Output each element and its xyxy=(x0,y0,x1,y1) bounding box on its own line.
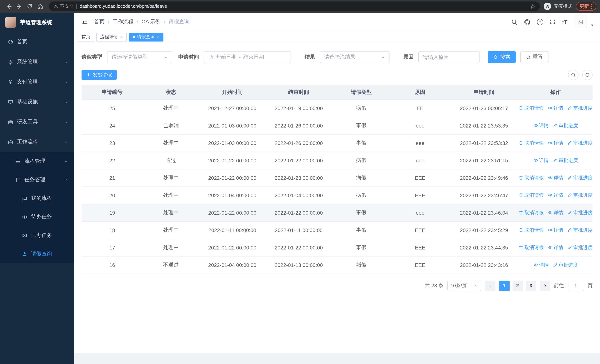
font-size-icon[interactable]: TT xyxy=(562,19,568,25)
sidebar-item-my-processes[interactable]: 我的流程 xyxy=(0,189,74,208)
fullscreen-icon[interactable] xyxy=(550,19,555,25)
reset-button[interactable]: 重置 xyxy=(520,51,548,63)
cell-status: 处理中 xyxy=(143,99,199,117)
table-row: 16 不通过 2022-01-04 00:00:00 2022-01-13 00… xyxy=(82,256,593,274)
cancel-leave-link[interactable]: 取消请假 xyxy=(518,105,544,111)
browser-update-button[interactable]: 更新 xyxy=(576,2,596,11)
search-icon[interactable] xyxy=(511,19,517,25)
close-icon[interactable]: × xyxy=(157,35,160,39)
page-number-button[interactable]: 2 xyxy=(512,280,523,291)
tab-leave-query[interactable]: 请假查询 × xyxy=(129,32,163,41)
approval-progress-link[interactable]: 审批进度 xyxy=(567,140,593,146)
sidebar-item-process-management[interactable]: 流程管理 xyxy=(0,152,74,170)
sidebar-item-workflow[interactable]: 工作流程 xyxy=(0,132,74,152)
refresh-table-button[interactable] xyxy=(582,70,593,80)
end-date-placeholder[interactable]: 结束日期 xyxy=(243,54,264,60)
next-page-button[interactable] xyxy=(540,280,550,291)
caret-down-icon[interactable]: ▼ xyxy=(590,23,594,28)
menu-label: 我的流程 xyxy=(31,195,52,202)
detail-link[interactable]: 详情 xyxy=(533,122,549,129)
page-unit-label: 页 xyxy=(588,282,593,289)
cancel-leave-link[interactable]: 取消请假 xyxy=(518,244,544,251)
approval-progress-link[interactable]: 审批进度 xyxy=(553,261,578,268)
browser-forward-button[interactable] xyxy=(14,1,24,11)
cancel-leave-link[interactable]: 取消请假 xyxy=(518,140,544,146)
start-date-placeholder[interactable]: 开始日期 xyxy=(216,54,236,60)
browser-home-button[interactable] xyxy=(35,1,45,11)
sidebar-item-devtools[interactable]: 研发工具 xyxy=(0,112,74,132)
cancel-leave-link[interactable]: 取消请假 xyxy=(518,209,544,216)
goto-page-input[interactable] xyxy=(568,280,584,291)
cancel-leave-link[interactable]: 取消请假 xyxy=(518,174,544,181)
security-chip[interactable]: 不安全 xyxy=(53,3,73,9)
url-bar[interactable]: 不安全 dashboard.yudao.iocoder.cn/bpm/oa/le… xyxy=(49,1,540,11)
user-avatar[interactable] xyxy=(574,16,587,28)
detail-link[interactable]: 详情 xyxy=(548,140,563,146)
reason-input[interactable] xyxy=(423,54,475,60)
breadcrumb-item-workflow[interactable]: 工作流程 xyxy=(113,19,133,25)
eye-icon xyxy=(21,214,28,220)
prev-page-button[interactable] xyxy=(485,280,495,291)
approval-progress-link[interactable]: 审批进度 xyxy=(567,192,593,198)
breadcrumb-item-home[interactable]: 首页 xyxy=(94,19,104,25)
help-icon[interactable]: ? xyxy=(537,19,543,25)
approval-progress-link[interactable]: 审批进度 xyxy=(567,174,593,181)
col-actions: 操作 xyxy=(518,85,593,99)
url-text[interactable]: dashboard.yudao.iocoder.cn/bpm/oa/leave xyxy=(80,4,527,9)
refresh-icon xyxy=(585,72,590,77)
cell-status: 处理中 xyxy=(143,187,199,204)
approval-progress-link[interactable]: 审批进度 xyxy=(567,227,593,233)
breadcrumb-item-oa-example[interactable]: OA 示例 xyxy=(141,19,161,25)
tab-process-detail[interactable]: 流程详情 × xyxy=(96,32,127,41)
edit-icon xyxy=(567,210,572,215)
approval-progress-link[interactable]: 审批进度 xyxy=(553,122,578,129)
result-select[interactable]: 请选择流结果 xyxy=(320,51,390,63)
app-logo[interactable]: 芋道管理系统 xyxy=(0,13,74,32)
page-size-select[interactable]: 10条/页 xyxy=(447,280,481,291)
bookmark-star-icon[interactable] xyxy=(530,3,535,9)
browser-back-button[interactable] xyxy=(4,1,14,11)
detail-link[interactable]: 详情 xyxy=(548,209,563,216)
search-button[interactable]: 搜索 xyxy=(488,51,516,63)
sidebar-item-done-tasks[interactable]: 已办任务 xyxy=(0,226,74,245)
sidebar-item-system[interactable]: 系统管理 xyxy=(0,52,74,72)
detail-link[interactable]: 详情 xyxy=(533,261,549,268)
approval-progress-link[interactable]: 审批进度 xyxy=(567,105,593,111)
close-icon[interactable]: × xyxy=(120,35,123,39)
sidebar-item-infrastructure[interactable]: 基础设施 xyxy=(0,92,74,112)
cell-status: 处理中 xyxy=(143,221,199,239)
sidebar-item-leave-query[interactable]: 请假查询 xyxy=(0,245,74,263)
browser-reload-button[interactable] xyxy=(24,1,35,11)
cell-type: 病假 xyxy=(332,187,391,204)
sidebar-item-pending-tasks[interactable]: 待办任务 xyxy=(0,208,74,226)
leave-type-select[interactable]: 请选择请假类型 xyxy=(107,51,172,63)
menu-label: 请假查询 xyxy=(31,251,52,257)
sidebar-item-task-management[interactable]: 任务管理 xyxy=(0,170,74,189)
detail-link[interactable]: 详情 xyxy=(548,105,563,111)
date-range-picker[interactable]: 开始日期 - 结束日期 xyxy=(204,51,291,63)
approval-progress-link[interactable]: 审批进度 xyxy=(567,244,593,251)
page-number-button[interactable]: 1 xyxy=(499,280,509,291)
cancel-leave-link[interactable]: 取消请假 xyxy=(518,192,544,198)
detail-link[interactable]: 详情 xyxy=(533,157,549,164)
detail-link[interactable]: 详情 xyxy=(548,192,563,198)
page-number-button[interactable]: 3 xyxy=(526,280,536,291)
detail-link[interactable]: 详情 xyxy=(548,244,563,251)
tab-home[interactable]: 首页 xyxy=(78,32,94,41)
create-leave-button[interactable]: 发起请假 xyxy=(82,70,117,80)
detail-link[interactable]: 详情 xyxy=(548,174,563,181)
cell-end: 2022-01-23 00:00:00 xyxy=(265,169,332,187)
cancel-leave-link[interactable]: 取消请假 xyxy=(518,227,544,233)
delete-icon xyxy=(518,193,523,197)
workflow-submenu: 流程管理 任务管理 我的流程 待办任务 xyxy=(0,152,74,263)
detail-link[interactable]: 详情 xyxy=(548,227,563,233)
github-icon[interactable] xyxy=(524,18,531,25)
search-toggle-button[interactable] xyxy=(568,70,579,80)
approval-progress-link[interactable]: 审批进度 xyxy=(567,209,593,216)
menu-fold-icon[interactable] xyxy=(80,17,90,27)
sidebar-item-payment[interactable]: ¥ 支付管理 xyxy=(0,72,74,92)
approval-progress-link[interactable]: 审批进度 xyxy=(553,157,578,164)
cell-end: 2022-01-26 00:00:00 xyxy=(265,134,332,152)
sidebar-item-home[interactable]: 首页 xyxy=(0,32,74,52)
cell-applied: 2022-01-22 23:44:35 xyxy=(450,239,518,256)
